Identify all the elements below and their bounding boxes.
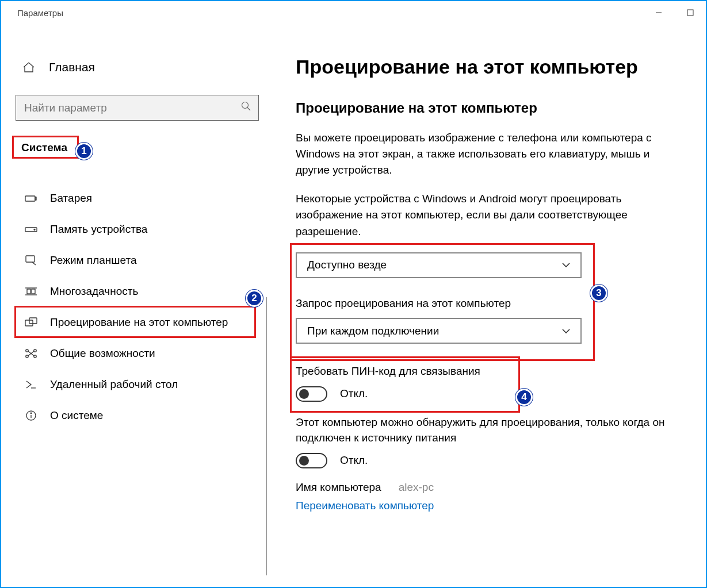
pin-toggle-state: Откл. [340,387,368,400]
sidebar-item-label: Общие возможности [50,347,155,360]
sidebar-item-label: Батарея [50,192,92,205]
power-toggle[interactable] [296,453,327,468]
search-input-wrap[interactable] [16,95,259,121]
sidebar-item-label: Режим планшета [50,254,137,267]
svg-point-18 [34,355,36,358]
sidebar-item-battery[interactable]: Батарея [16,183,259,214]
svg-point-22 [30,413,32,414]
sidebar-item-label: Память устройства [50,223,147,236]
svg-point-15 [26,349,28,352]
sidebar-item-projecting[interactable]: Проецирование на этот компьютер 2 [16,307,259,338]
ask-select[interactable]: При каждом подключении [296,318,582,344]
svg-point-16 [34,349,36,352]
svg-point-2 [242,102,249,109]
svg-rect-12 [32,289,35,294]
titlebar: Параметры [1,1,706,24]
project-icon [24,316,39,329]
description-2: Некоторые устройства с Windows и Android… [296,191,675,239]
sidebar-item-label: Многозадачность [50,285,138,298]
pc-name-label: Имя компьютера [296,481,381,494]
svg-rect-11 [27,289,30,294]
battery-icon [24,192,39,205]
minimize-button[interactable] [643,1,674,24]
power-toggle-state: Откл. [340,454,368,467]
sidebar-item-tablet-mode[interactable]: Режим планшета [16,245,259,276]
content: Проецирование на этот компьютер Проециро… [267,24,706,587]
sidebar-item-remote-desktop[interactable]: Удаленный рабочий стол [16,369,259,400]
pc-name-value: alex-pc [399,481,434,494]
info-icon [24,409,39,422]
ask-value: При каждом подключении [307,325,439,337]
sidebar-home-label: Главная [49,60,95,74]
sidebar-item-multitasking[interactable]: Многозадачность [16,276,259,307]
home-icon [21,61,36,74]
svg-rect-1 [687,10,693,16]
annotation-badge-1: 1 [75,143,93,160]
pin-label: Требовать ПИН-код для связывания [296,363,526,379]
search-icon [241,101,251,114]
sidebar-item-label: О системе [50,409,103,422]
sidebar-item-storage[interactable]: Память устройства [16,214,259,245]
multitask-icon [24,285,39,298]
sidebar: Главная Система 1 Батарея Память устройс… [1,24,267,587]
tablet-icon [24,254,39,267]
sidebar-item-label: Проецирование на этот компьютер [50,316,228,329]
availability-select[interactable]: Доступно везде [296,252,582,278]
window-title: Параметры [17,8,63,18]
ask-label: Запрос проецирования на этот компьютер [296,295,601,312]
description-1: Вы можете проецировать изображение с тел… [296,130,675,178]
svg-rect-4 [25,196,35,201]
chevron-down-icon [561,260,571,270]
search-input[interactable] [24,102,241,114]
sidebar-home[interactable]: Главная [16,56,259,79]
sidebar-item-shared-experiences[interactable]: Общие возможности [16,338,259,369]
maximize-button[interactable] [674,1,706,24]
svg-rect-8 [26,256,35,262]
chevron-down-icon [561,326,571,336]
svg-point-7 [34,229,35,230]
storage-icon [24,223,39,236]
svg-line-3 [247,107,250,110]
sidebar-item-about[interactable]: О системе [16,400,259,431]
availability-value: Доступно везде [307,259,387,271]
svg-point-17 [26,355,28,358]
sidebar-item-label: Удаленный рабочий стол [50,378,178,391]
sidebar-section-system[interactable]: Система [16,138,73,157]
page-title: Проецирование на этот компьютер [296,56,682,78]
svg-rect-5 [35,197,36,200]
remote-icon [24,378,39,391]
shared-icon [24,347,39,360]
rename-pc-link[interactable]: Переименовать компьютер [296,499,434,512]
section-heading: Проецирование на этот компьютер [296,100,682,116]
pin-toggle[interactable] [296,386,327,402]
power-label: Этот компьютер можно обнаружить для прое… [296,414,675,446]
